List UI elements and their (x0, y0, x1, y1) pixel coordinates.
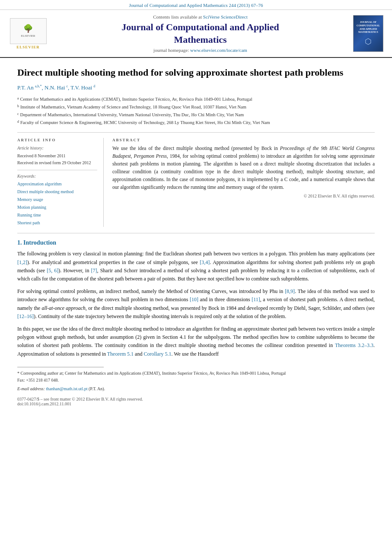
article-info-header: ARTICLE INFO (17, 138, 97, 142)
elsevier-logo: 🌳 ELSEVIER ELSEVIER (9, 18, 48, 49)
ref-theorems-3[interactable]: Theorems 3.2–3.3 (335, 342, 373, 348)
affiliations: a Center for Mathematics and its Applica… (17, 96, 375, 126)
paper-content: Direct multiple shooting method for solv… (0, 58, 392, 415)
journal-name: Journal of Computational and Applied Mat… (52, 21, 349, 46)
ref-7[interactable]: [7] (91, 268, 97, 274)
footnotes: * Corresponding author at; Center for Ma… (17, 370, 375, 392)
journal-reference: Journal of Computational and Applied Mat… (0, 0, 392, 10)
ref-1-2[interactable]: [1,2] (17, 259, 27, 265)
affiliation-c: c Department of Mathematics, Internation… (17, 111, 375, 119)
bottom-line-1: 0377-0427/$ – see front matter © 2012 El… (17, 397, 375, 401)
journal-homepage: journal homepage: www.elsevier.com/locat… (52, 48, 349, 53)
abstract-panel: ABSTRACT We use the idea of the direct m… (112, 138, 375, 227)
aff-text-a: Center for Mathematics and its Applicati… (20, 96, 252, 103)
journal-ref-text: Journal of Computational and Applied Mat… (129, 3, 263, 8)
cover-title-text: JOURNAL OFCOMPUTATIONALAND APPLIEDMATHEM… (357, 21, 380, 34)
keywords-list: Approximation algorithm Direct multiple … (17, 180, 97, 227)
affiliation-a: a Center for Mathematics and its Applica… (17, 96, 375, 103)
email-person: (P.T. An). (89, 386, 105, 391)
journal-title-center: Contents lists available at SciVerse Sci… (52, 14, 349, 53)
ref-12-16[interactable]: [12–16] (17, 313, 34, 319)
received-date-2: Received in revised form 29 October 2012 (17, 159, 97, 166)
ref-10[interactable]: [10] (190, 296, 198, 303)
bottom-line-2: doi:10.1016/j.cam.2012.11.001 (17, 401, 375, 406)
aff-sup-b: b (17, 103, 19, 111)
elsevier-label: ELSEVIER (16, 45, 40, 49)
article-info-panel: ARTICLE INFO Article history: Received 8… (17, 138, 104, 227)
ref-corollary-5[interactable]: Corollary 5.1 (143, 351, 171, 357)
cover-graphic: ⬡ (365, 37, 372, 46)
abstract-header: ABSTRACT (112, 138, 375, 142)
contents-available: Contents lists available at SciVerse Sci… (52, 14, 349, 19)
star-footnote: * Corresponding author at; Center for Ma… (17, 370, 375, 384)
elsevier-tree-icon: 🌳 (23, 24, 33, 33)
authors-line: P.T. An a,b,*, N.N. Hai c, T.V. Hoai d (17, 84, 375, 91)
journal-name-line2: Mathematics (174, 34, 226, 45)
ref-11[interactable]: [11] (252, 296, 260, 303)
keyword-6: Shortest path (17, 219, 97, 227)
email-footnote: E-mail address: thanhan@math.ist.utl.pt … (17, 385, 375, 392)
affiliation-b: b Institute of Mathematics, Vietnam Acad… (17, 103, 375, 111)
journal-cover-image: JOURNAL OFCOMPUTATIONALAND APPLIEDMATHEM… (353, 15, 383, 52)
homepage-text: journal homepage: (153, 48, 189, 53)
keyword-3: Memory usage (17, 196, 97, 204)
ref-theorem-5[interactable]: Theorem 5.1 (107, 351, 134, 357)
email-link[interactable]: thanhan@math.ist.utl.pt (46, 386, 87, 391)
keyword-5: Running time (17, 211, 97, 219)
homepage-link[interactable]: www.elsevier.com/locate/cam (190, 48, 247, 53)
bottom-copyright: 0377-0427/$ – see front matter © 2012 El… (17, 397, 375, 406)
journal-header: 🌳 ELSEVIER ELSEVIER Contents lists avail… (0, 10, 392, 58)
article-dates: Article history: Received 8 November 201… (17, 145, 97, 170)
received-date-1: Received 8 November 2011 (17, 153, 97, 159)
aff-sup-d: d (17, 119, 19, 127)
section-divider-1 (17, 233, 375, 233)
aff-sup-a: a (17, 96, 19, 103)
email-label: E-mail address: (17, 386, 45, 391)
keywords-label: Keywords: (17, 174, 97, 178)
aff-text-c: Department of Mathematics, International… (20, 111, 244, 119)
intro-paragraph-2: For solving optimal control problems, an… (17, 287, 375, 321)
sciverse-link[interactable]: SciVerse ScienceDirect (203, 14, 248, 19)
footnote-divider (17, 367, 104, 367)
section-1-title: 1. Introduction (17, 239, 375, 246)
ref-3-4[interactable]: [3,4] (200, 259, 210, 265)
ref-5-6[interactable]: [5, 6] (47, 268, 58, 274)
paper-title: Direct multiple shooting method for solv… (17, 67, 375, 79)
aff-text-d: Faculty of Computer Science & Engineerin… (20, 119, 270, 127)
ref-8-9[interactable]: [8,9] (285, 288, 295, 294)
elsevier-logo-box: 🌳 ELSEVIER (10, 18, 47, 44)
abstract-copyright: © 2012 Elsevier B.V. All rights reserved… (112, 194, 375, 198)
intro-paragraph-1: The following problem is very classical … (17, 250, 375, 283)
keyword-2: Direct multiple shooting method (17, 188, 97, 196)
aff-sup-c: c (17, 111, 19, 119)
elsevier-tagline: ELSEVIER (21, 34, 35, 38)
aff-text-b: Institute of Mathematics, Vietnam Academ… (20, 103, 246, 111)
journal-name-line1: Journal of Computational and Applied (121, 22, 279, 32)
keyword-4: Motion planning (17, 204, 97, 211)
history-label: Article history: (17, 145, 97, 152)
affiliation-d: d Faculty of Computer Science & Engineer… (17, 119, 375, 127)
abstract-text: We use the idea of the direct multiple s… (112, 145, 375, 191)
article-info-abstract: ARTICLE INFO Article history: Received 8… (17, 132, 375, 227)
keyword-1: Approximation algorithm (17, 180, 97, 188)
intro-paragraph-3: In this paper, we use the idea of the di… (17, 325, 375, 358)
contents-text: Contents lists available at (153, 14, 202, 19)
